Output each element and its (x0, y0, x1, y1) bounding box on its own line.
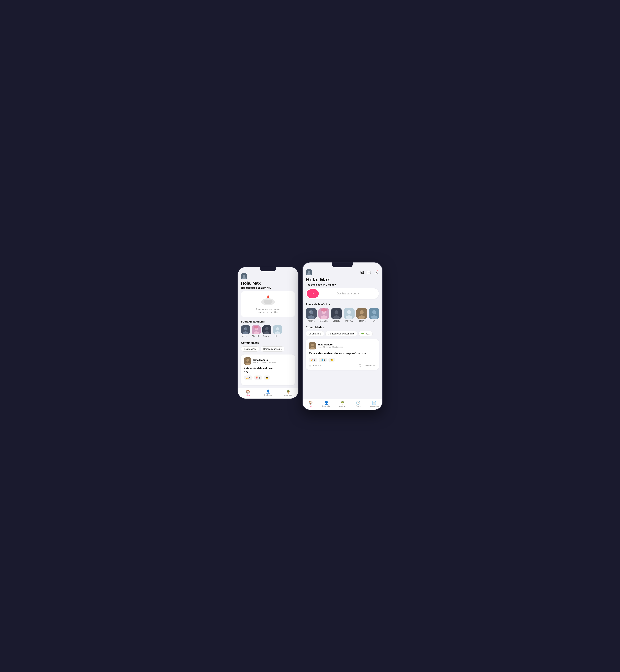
avatar-name-front-1: Albert... (308, 320, 314, 322)
svg-point-56 (310, 365, 310, 366)
comments-stat: 2 Comentarios (359, 364, 376, 367)
avatar-item-front-1[interactable]: Albert... (306, 308, 317, 322)
reactions-front: 🎉 5 🎊 5 😊 (309, 358, 376, 362)
views-stat: 16 Visitas (309, 364, 321, 367)
reaction-front-1[interactable]: 🎉 5 (309, 358, 317, 362)
avatars-row-front: Albert... Diana R... (306, 308, 379, 322)
svg-point-40 (321, 308, 327, 312)
greeting-front: Hola, Max (306, 277, 379, 282)
tab-inicio-back[interactable]: 🏠 Inicio (238, 390, 258, 396)
avatar-item-front-3[interactable]: Gonzal... (331, 308, 342, 322)
reaction-back-1[interactable]: 🎉 5 (244, 375, 253, 380)
svg-point-36 (309, 311, 311, 313)
post-meta-front: Rafa Manero Hace 12 horas · Celebrations (318, 343, 376, 348)
greeting-back: Hola, Max (241, 281, 295, 286)
post-avatar-front (309, 342, 316, 350)
avatar-name-front-3: Gonzal... (332, 320, 340, 322)
communities-row-front: Celebrations Company announcements 🥗 Pro… (306, 331, 379, 336)
outside-office-title-back: Fuera de la oficina (241, 320, 295, 323)
svg-rect-27 (368, 271, 371, 274)
svg-point-48 (360, 310, 364, 314)
map-card: 📍 Espera unos segundos m confirmamos tu … (241, 291, 295, 317)
share-icon[interactable] (374, 270, 379, 275)
svg-point-17 (276, 327, 279, 330)
svg-point-1 (243, 274, 245, 277)
communities-title-front: Comunidades (306, 326, 379, 329)
avatar-name-back-1: Albert... (242, 335, 249, 338)
avatars-row-back: Albert... Diana R... (241, 325, 295, 338)
avatar-item-back-4[interactable]: Do... (273, 325, 282, 338)
post-card-back: Rafa Manero Hace 12 horas · Celebratio..… (241, 355, 295, 385)
avatar-item-back-1[interactable]: Albert... (241, 325, 250, 338)
tab-bar-back: 🏠 Inicio 👤 Empleados 🌴 Ausencias (238, 388, 298, 399)
worked-front: Has trabajado 5h 23m hoy (306, 283, 379, 286)
outside-office-title-front: Fuera de la oficina (306, 303, 379, 306)
avatar-name-front-6: Cr... (372, 320, 376, 322)
reaction-front-3[interactable]: 😊 (328, 358, 335, 362)
avatar-item-back-2[interactable]: Diana R... (252, 325, 261, 338)
slide-container[interactable]: → Desliza para entrar (306, 288, 379, 299)
svg-point-12 (254, 326, 258, 328)
avatar-front[interactable] (306, 269, 312, 275)
svg-point-8 (244, 328, 245, 329)
tab-inicio-front[interactable]: 🏠 Inicio (303, 401, 318, 407)
map-text: Espera unos segundos m confirmamos tu ub… (256, 308, 280, 314)
svg-point-14 (265, 327, 268, 330)
chip-front-company[interactable]: Company announcements (325, 331, 357, 336)
avatar-name-front-2: Diana R... (319, 320, 328, 322)
post-stats: 16 Visitas 2 Comentarios (309, 364, 376, 367)
header-bar-back (238, 271, 298, 281)
post-meta-back: Rafa Manero Hace 12 horas · Celebratio..… (253, 359, 292, 364)
clock-report-icon[interactable] (360, 270, 365, 275)
chip-back-1[interactable]: Celebrations (241, 347, 259, 352)
calendar-icon[interactable] (367, 270, 372, 275)
avatar-item-front-5[interactable]: Rafa M... (356, 308, 367, 322)
svg-point-45 (347, 310, 351, 314)
tab-empleados-front[interactable]: 👤 Empleados (318, 401, 334, 407)
svg-point-54 (311, 344, 314, 346)
header-bar-front (303, 267, 382, 277)
avatar-name-back-4: Do... (275, 335, 279, 338)
chip-front-celebrations[interactable]: Celebrations (306, 331, 324, 336)
avatar-item-front-4[interactable]: Doroth... (344, 308, 355, 322)
chip-back-2[interactable]: Company annou... (261, 347, 285, 352)
tab-bar-front: 🏠 Inicio 👤 Empleados 🌴 Ausencias 🕐 Ficha… (303, 399, 382, 410)
worked-back: Has trabajado 5h 23m hoy (241, 287, 295, 289)
communities-title-back: Comunidades (241, 341, 295, 345)
post-body-back: Rafa está celebrando su c hoy (244, 367, 292, 373)
avatar-name-front-4: Doroth... (345, 320, 353, 322)
tab-empleados-back[interactable]: 👤 Empleados (258, 390, 278, 396)
slide-label: Desliza para entrar (319, 292, 378, 295)
communities-row-back: Celebrations Company annou... (241, 347, 295, 352)
avatar-item-front-2[interactable]: Diana R... (318, 308, 329, 322)
svg-point-42 (334, 310, 339, 314)
avatar-item-back-3[interactable]: Gonzal... (262, 325, 271, 338)
tab-documentos-front[interactable]: 📄 Documentos (366, 401, 382, 407)
avatar-item-front-6[interactable]: Cr... (369, 308, 379, 322)
svg-point-20 (246, 359, 249, 362)
notification-badge (377, 270, 378, 271)
post-body-front: Rafa está celebrando su cumpleaños hoy (309, 351, 376, 355)
svg-point-23 (308, 270, 310, 273)
svg-point-51 (372, 310, 376, 314)
phone-back: Hola, Max Has trabajado 5h 23m hoy 📍 (237, 267, 299, 399)
notch-back (260, 267, 276, 271)
slide-button[interactable]: → (307, 289, 319, 298)
avatar-name-back-3: Gonzal... (263, 335, 271, 338)
chip-front-pro[interactable]: 🥗 Pro... (358, 331, 373, 336)
reaction-front-2[interactable]: 🎊 5 (319, 358, 327, 362)
phone-front: Hola, Max Has trabajado 5h 23m hoy → Des… (302, 262, 383, 410)
tab-fichaje-front[interactable]: 🕐 Fichaje (350, 401, 366, 407)
avatar-name-front-5: Rafa M... (358, 320, 366, 322)
tab-ausencias-front[interactable]: 🌴 Ausencias (334, 401, 350, 407)
post-avatar-back (244, 357, 251, 365)
reactions-back: 🎉 5 🎊 5 😊 (244, 375, 292, 380)
reaction-back-3[interactable]: 😊 (264, 375, 270, 380)
reaction-back-2[interactable]: 🎊 5 (254, 375, 262, 380)
tab-ausencias-back[interactable]: 🌴 Ausencias (278, 390, 298, 396)
app-scene: Hola, Max Has trabajado 5h 23m hoy 📍 (237, 257, 383, 415)
avatar-name-back-2: Diana R... (252, 335, 260, 338)
avatar-back[interactable] (241, 273, 247, 279)
post-card-front: Rafa Manero Hace 12 horas · Celebrations… (306, 339, 379, 370)
notch-front (332, 262, 353, 267)
